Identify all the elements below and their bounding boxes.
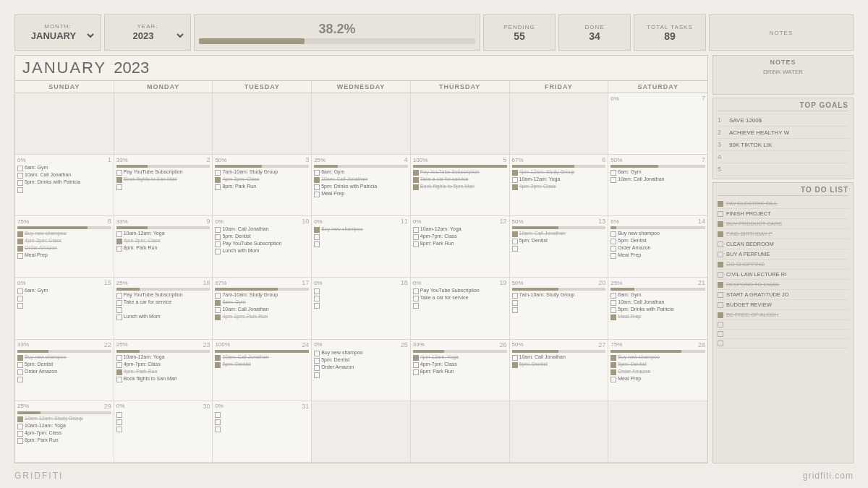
task-checkbox[interactable] — [17, 180, 23, 186]
todo-checkbox[interactable] — [718, 292, 723, 298]
task-checkbox[interactable] — [116, 246, 122, 252]
task-checkbox[interactable] — [314, 192, 320, 197]
task-checkbox[interactable] — [512, 170, 518, 176]
task-checkbox[interactable] — [116, 314, 122, 320]
task-checkbox[interactable] — [314, 241, 320, 247]
task-checkbox[interactable] — [17, 355, 23, 361]
todo-checkbox[interactable] — [718, 341, 723, 346]
task-checkbox[interactable] — [413, 170, 419, 176]
task-checkbox[interactable] — [413, 288, 419, 294]
task-checkbox[interactable] — [413, 303, 419, 309]
task-checkbox[interactable] — [215, 427, 221, 432]
task-checkbox[interactable] — [215, 184, 221, 190]
task-checkbox[interactable] — [17, 231, 23, 237]
task-checkbox[interactable] — [610, 239, 616, 244]
task-checkbox[interactable] — [215, 170, 221, 176]
task-checkbox[interactable] — [215, 293, 221, 299]
task-checkbox[interactable] — [413, 355, 419, 361]
task-checkbox[interactable] — [314, 365, 320, 371]
todo-checkbox[interactable] — [718, 282, 723, 288]
task-checkbox[interactable] — [512, 355, 518, 361]
task-checkbox[interactable] — [215, 234, 221, 240]
task-checkbox[interactable] — [610, 253, 616, 259]
task-checkbox[interactable] — [610, 314, 616, 320]
task-checkbox[interactable] — [512, 307, 518, 313]
task-checkbox[interactable] — [413, 296, 419, 301]
todo-checkbox[interactable] — [718, 241, 723, 247]
task-checkbox[interactable] — [413, 227, 419, 233]
task-checkbox[interactable] — [17, 362, 23, 368]
task-checkbox[interactable] — [512, 239, 518, 244]
task-checkbox[interactable] — [116, 293, 122, 299]
task-checkbox[interactable] — [314, 170, 320, 176]
task-checkbox[interactable] — [17, 296, 23, 301]
task-checkbox[interactable] — [413, 177, 419, 183]
task-checkbox[interactable] — [610, 231, 616, 237]
task-checkbox[interactable] — [610, 177, 616, 183]
task-checkbox[interactable] — [314, 303, 320, 309]
task-checkbox[interactable] — [610, 369, 616, 375]
task-checkbox[interactable] — [215, 355, 221, 361]
task-checkbox[interactable] — [17, 303, 23, 309]
todo-checkbox[interactable] — [718, 201, 723, 207]
task-checkbox[interactable] — [215, 300, 221, 306]
todo-checkbox[interactable] — [718, 231, 723, 237]
task-checkbox[interactable] — [116, 170, 122, 176]
todo-checkbox[interactable] — [718, 211, 723, 217]
task-checkbox[interactable] — [116, 184, 122, 190]
task-checkbox[interactable] — [17, 416, 23, 422]
task-checkbox[interactable] — [610, 246, 616, 252]
task-checkbox[interactable] — [512, 246, 518, 252]
task-checkbox[interactable] — [215, 419, 221, 425]
task-checkbox[interactable] — [116, 239, 122, 244]
task-checkbox[interactable] — [413, 234, 419, 240]
task-checkbox[interactable] — [610, 362, 616, 368]
task-checkbox[interactable] — [17, 187, 23, 193]
task-checkbox[interactable] — [116, 419, 122, 425]
task-checkbox[interactable] — [413, 369, 419, 375]
task-checkbox[interactable] — [116, 300, 122, 306]
task-checkbox[interactable] — [314, 358, 320, 364]
task-checkbox[interactable] — [314, 234, 320, 240]
task-checkbox[interactable] — [314, 296, 320, 301]
todo-checkbox[interactable] — [718, 322, 723, 328]
task-checkbox[interactable] — [215, 412, 221, 418]
task-checkbox[interactable] — [116, 231, 122, 237]
task-checkbox[interactable] — [512, 293, 518, 299]
task-checkbox[interactable] — [215, 249, 221, 254]
task-checkbox[interactable] — [215, 314, 221, 320]
task-checkbox[interactable] — [610, 170, 616, 176]
todo-checkbox[interactable] — [718, 262, 723, 267]
task-checkbox[interactable] — [512, 177, 518, 183]
task-checkbox[interactable] — [413, 241, 419, 247]
task-checkbox[interactable] — [17, 246, 23, 252]
task-checkbox[interactable] — [610, 377, 616, 382]
task-checkbox[interactable] — [17, 377, 23, 382]
task-checkbox[interactable] — [413, 362, 419, 368]
task-checkbox[interactable] — [215, 307, 221, 313]
todo-checkbox[interactable] — [718, 252, 723, 257]
task-checkbox[interactable] — [215, 241, 221, 247]
task-checkbox[interactable] — [116, 427, 122, 432]
task-checkbox[interactable] — [17, 438, 23, 444]
task-checkbox[interactable] — [17, 173, 23, 179]
todo-checkbox[interactable] — [718, 272, 723, 278]
task-checkbox[interactable] — [17, 424, 23, 429]
task-checkbox[interactable] — [512, 362, 518, 368]
task-checkbox[interactable] — [314, 184, 320, 190]
task-checkbox[interactable] — [610, 307, 616, 313]
task-checkbox[interactable] — [314, 227, 320, 233]
todo-checkbox[interactable] — [718, 331, 723, 337]
task-checkbox[interactable] — [116, 377, 122, 382]
task-checkbox[interactable] — [116, 369, 122, 375]
todo-checkbox[interactable] — [718, 221, 723, 227]
task-checkbox[interactable] — [17, 369, 23, 375]
task-checkbox[interactable] — [215, 227, 221, 233]
task-checkbox[interactable] — [610, 355, 616, 361]
task-checkbox[interactable] — [314, 372, 320, 378]
task-checkbox[interactable] — [116, 362, 122, 368]
task-checkbox[interactable] — [314, 351, 320, 356]
task-checkbox[interactable] — [116, 307, 122, 313]
task-checkbox[interactable] — [17, 288, 23, 294]
task-checkbox[interactable] — [512, 184, 518, 190]
